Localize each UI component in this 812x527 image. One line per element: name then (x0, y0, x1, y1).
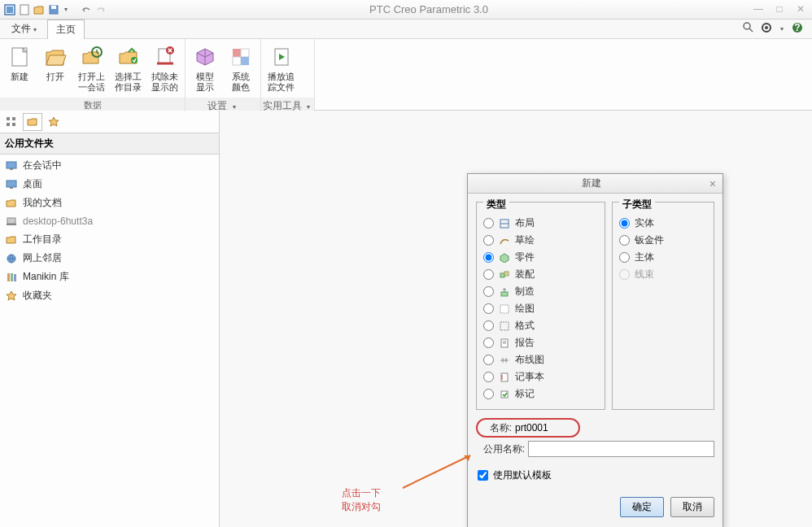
svg-rect-28 (10, 187, 13, 189)
subtype-legend: 子类型 (619, 198, 655, 211)
common-name-input[interactable] (528, 441, 714, 457)
folder-desktop[interactable]: 桌面 (0, 175, 219, 194)
dialog-close-button[interactable]: × (709, 177, 716, 190)
folders-header: 公用文件夹 (0, 133, 219, 155)
svg-rect-19 (241, 57, 249, 65)
ribbon-erase[interactable]: 拭除未 显示的 (146, 41, 183, 96)
type-format[interactable]: 格式 (483, 317, 598, 334)
assembly-icon (499, 269, 510, 281)
new-dialog: 新建 × 类型 布局 草绘 零件 装配 制造 绘图 格式 报告 布线图 记事本 … (467, 173, 723, 527)
ribbon-select-workdir[interactable]: 选择工 作目录 (110, 41, 146, 96)
layout-icon (499, 218, 510, 229)
ribbon-open-last[interactable]: 打开上 一会话 (73, 41, 110, 96)
svg-rect-41 (500, 322, 509, 330)
svg-rect-27 (7, 181, 16, 187)
svg-text:?: ? (794, 22, 800, 33)
svg-rect-34 (14, 274, 16, 281)
sidebar-tab-folders[interactable] (23, 113, 42, 131)
model-display-icon (192, 44, 218, 70)
open-icon (42, 44, 68, 70)
help-icon[interactable]: ? (791, 21, 804, 37)
name-input[interactable] (512, 420, 577, 436)
app-title: PTC Creo Parametric 3.0 (107, 3, 750, 15)
play-trail-icon (268, 44, 295, 70)
new-small-icon[interactable] (18, 3, 31, 16)
ok-button[interactable]: 确定 (620, 497, 664, 517)
svg-rect-32 (7, 273, 10, 281)
app-icon (3, 3, 16, 16)
subtype-solid[interactable]: 实体 (619, 215, 707, 232)
svg-rect-29 (7, 218, 15, 224)
menu-home[interactable]: 主页 (47, 20, 85, 39)
folder-workdir[interactable]: 工作目录 (0, 230, 219, 249)
search-icon[interactable] (742, 21, 755, 37)
type-drawing[interactable]: 绘图 (483, 300, 598, 317)
svg-rect-25 (7, 162, 16, 168)
svg-rect-24 (12, 123, 15, 126)
subtype-harness: 线束 (619, 266, 707, 283)
close-button[interactable]: ✕ (792, 3, 809, 16)
options-icon[interactable] (760, 21, 773, 37)
svg-rect-21 (7, 117, 10, 120)
type-part[interactable]: 零件 (483, 249, 598, 266)
redo-icon[interactable] (94, 3, 107, 16)
svg-rect-16 (233, 49, 241, 57)
ribbon-open[interactable]: 打开 (37, 41, 73, 96)
type-notebook[interactable]: 记事本 (483, 368, 598, 385)
library-icon (5, 271, 18, 284)
subtype-bulk[interactable]: 主体 (619, 249, 707, 266)
folder-in-session[interactable]: 在会话中 (0, 156, 219, 175)
svg-rect-38 (504, 272, 509, 276)
part-icon (499, 252, 510, 264)
network-icon (5, 252, 18, 265)
svg-rect-1 (7, 7, 13, 13)
save-small-icon[interactable] (47, 3, 60, 16)
type-sketch[interactable]: 草绘 (483, 232, 598, 249)
sidebar-tab-favorites[interactable] (44, 113, 63, 131)
dialog-title: 新建 (474, 176, 709, 190)
maximize-button[interactable]: □ (771, 3, 788, 16)
sketch-icon (499, 235, 510, 246)
type-layout[interactable]: 布局 (483, 215, 598, 232)
ribbon-model-display[interactable]: 模型 显示 (187, 41, 223, 96)
svg-rect-18 (233, 57, 241, 65)
folder-favorites[interactable]: 收藏夹 (0, 286, 219, 305)
monitor-icon (5, 159, 18, 172)
cancel-button[interactable]: 取消 (670, 497, 714, 517)
minimize-button[interactable]: — (750, 3, 766, 16)
svg-line-6 (749, 28, 753, 32)
type-legend: 类型 (483, 198, 509, 211)
ribbon-system-colors[interactable]: 系统 颜色 (223, 41, 259, 96)
notebook-icon (499, 372, 510, 383)
folder-network[interactable]: 网上邻居 (0, 249, 219, 268)
menu-file[interactable]: 文件▾ (3, 20, 47, 38)
svg-rect-37 (500, 273, 504, 277)
folder-manikin[interactable]: Manikin 库 (0, 268, 219, 286)
open-small-icon[interactable] (33, 3, 46, 16)
colors-icon (228, 44, 254, 70)
type-report[interactable]: 报告 (483, 334, 598, 351)
svg-rect-4 (51, 6, 56, 9)
svg-rect-2 (20, 5, 28, 15)
workdir-folder-icon (5, 233, 18, 246)
common-name-label: 公用名称: (476, 442, 525, 456)
undo-icon[interactable] (80, 3, 93, 16)
diagram-icon (499, 355, 510, 366)
svg-rect-22 (7, 123, 10, 126)
folder-documents[interactable]: 我的文档 (0, 194, 219, 212)
qat-dropdown-icon[interactable]: ▾ (62, 6, 70, 13)
type-markup[interactable]: 标记 (483, 385, 598, 403)
svg-rect-39 (501, 292, 508, 296)
type-assembly[interactable]: 装配 (483, 266, 598, 283)
default-template-checkbox[interactable]: 使用默认模板 (476, 468, 714, 482)
svg-rect-30 (7, 224, 16, 225)
type-manufacture[interactable]: 制造 (483, 283, 598, 300)
type-diagram[interactable]: 布线图 (483, 351, 598, 368)
sidebar-tab-tree[interactable] (2, 113, 21, 131)
options-dropdown-icon[interactable]: ▾ (778, 25, 786, 33)
svg-rect-26 (10, 168, 13, 170)
subtype-sheetmetal[interactable]: 钣金件 (619, 232, 707, 249)
folder-computer[interactable]: desktop-6hutt3a (0, 212, 219, 230)
ribbon-play-trail[interactable]: 播放追 踪文件 (263, 41, 299, 96)
ribbon-new[interactable]: 新建 (2, 41, 37, 96)
